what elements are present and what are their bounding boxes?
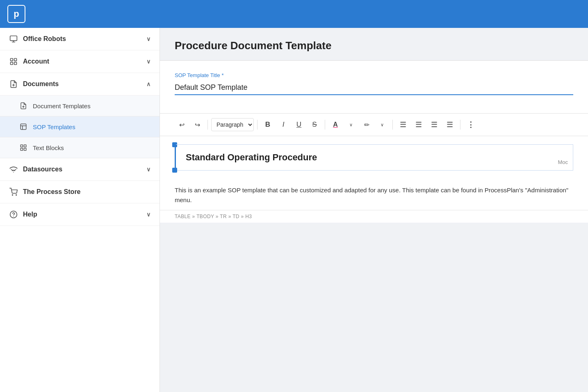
breadcrumb: TABLE » TBODY » TR » TD » H3 (160, 210, 588, 223)
help-icon (9, 210, 18, 219)
logo-icon: p (14, 9, 19, 19)
sidebar-item-account[interactable]: Account ∨ (0, 50, 160, 73)
documents-icon (9, 80, 18, 89)
account-icon (9, 57, 18, 66)
align-justify-button[interactable]: ☰ (443, 118, 457, 132)
undo-button[interactable]: ↩ (175, 118, 189, 132)
sidebar-label-documents: Documents (23, 80, 59, 88)
description-text: This is an example SOP template that can… (160, 179, 588, 210)
italic-button[interactable]: I (276, 118, 290, 132)
chevron-datasources: ∨ (146, 166, 150, 173)
redo-button[interactable]: ↪ (190, 118, 204, 132)
svg-point-19 (12, 195, 13, 196)
editor-content-box: Standard Operating Procedure Moc (175, 144, 573, 171)
chevron-help: ∨ (146, 211, 150, 218)
align-right-button[interactable]: ☰ (427, 118, 441, 132)
underline-button[interactable]: U (292, 118, 306, 132)
bold-button[interactable]: B (261, 118, 275, 132)
app-header: p (0, 0, 588, 28)
sidebar-item-text-blocks[interactable]: Text Blocks (0, 137, 160, 158)
toolbar-divider-1 (207, 120, 208, 130)
sidebar-label-datasources: Datasources (23, 166, 62, 173)
monitor-icon (9, 34, 18, 43)
highlight-button[interactable]: ✏ (360, 118, 374, 132)
sidebar-sub-label-sop-templates: SOP Templates (33, 123, 75, 130)
sidebar-item-help[interactable]: Help ∨ (0, 203, 160, 226)
toolbar-divider-2 (257, 120, 258, 130)
svg-rect-17 (24, 148, 26, 150)
sop-title-input[interactable] (175, 82, 573, 95)
svg-rect-16 (21, 148, 23, 150)
sidebar-item-datasources[interactable]: Datasources ∨ (0, 158, 160, 181)
sidebar-sub-label-document-templates: Document Templates (33, 103, 91, 109)
sidebar: Office Robots ∨ Account ∨ Documents ∧ (0, 28, 160, 392)
editor-area: Standard Operating Procedure Moc (160, 144, 588, 171)
svg-point-20 (16, 195, 17, 196)
page-header: Procedure Document Template (160, 28, 588, 60)
font-color-dropdown[interactable]: ∨ (344, 118, 358, 132)
svg-rect-14 (21, 145, 23, 147)
page-title: Procedure Document Template (175, 39, 573, 52)
svg-rect-3 (11, 59, 13, 61)
app-logo[interactable]: p (7, 5, 25, 23)
datasources-icon (9, 165, 18, 174)
strikethrough-button[interactable]: S (308, 118, 321, 132)
sop-icon (19, 122, 28, 131)
sidebar-item-documents[interactable]: Documents ∧ (0, 73, 160, 96)
toolbar-divider-5 (460, 120, 460, 130)
sidebar-item-process-store[interactable]: The Process Store (0, 181, 160, 203)
content-card: SOP Template Title * ↩ ↪ Paragraph B I (160, 60, 588, 223)
align-center-button[interactable]: ☰ (412, 118, 426, 132)
editor-toolbar: ↩ ↪ Paragraph B I U S (160, 113, 588, 136)
cart-icon (9, 187, 18, 196)
sidebar-item-sop-templates[interactable]: SOP Templates (0, 116, 160, 137)
sop-heading: Standard Operating Procedure (186, 152, 563, 163)
font-color-button[interactable]: A (328, 118, 342, 132)
form-section: SOP Template Title * (160, 61, 588, 103)
svg-rect-0 (10, 36, 17, 41)
paragraph-style-select[interactable]: Paragraph (211, 118, 254, 131)
more-options-button[interactable]: ⋮ (464, 118, 478, 132)
doc-template-icon (19, 101, 28, 110)
documents-submenu: Document Templates SOP Templates Text Bl… (0, 96, 160, 158)
svg-rect-5 (11, 62, 13, 65)
sidebar-label-office-robots: Office Robots (23, 35, 66, 43)
mod-label: Moc (558, 159, 568, 165)
sidebar-sub-label-text-blocks: Text Blocks (33, 144, 64, 151)
align-left-button[interactable]: ☰ (396, 118, 410, 132)
chevron-account: ∨ (146, 58, 150, 65)
sidebar-label-account: Account (23, 58, 49, 65)
sidebar-label-process-store: The Process Store (23, 188, 81, 196)
sidebar-item-document-templates[interactable]: Document Templates (0, 96, 160, 116)
svg-rect-4 (14, 59, 17, 61)
toolbar-divider-4 (392, 120, 393, 130)
selection-handle-bottom (172, 168, 177, 173)
main-layout: Office Robots ∨ Account ∨ Documents ∧ (0, 28, 588, 392)
chevron-office-robots: ∨ (146, 36, 150, 42)
editor-content-inner[interactable]: Standard Operating Procedure Moc (176, 144, 573, 171)
text-blocks-icon (19, 143, 28, 152)
field-label-sop-title: SOP Template Title * (175, 72, 573, 78)
chevron-documents: ∧ (146, 81, 150, 87)
highlight-dropdown[interactable]: ∨ (375, 118, 389, 132)
svg-rect-6 (14, 62, 17, 65)
svg-rect-15 (24, 145, 26, 147)
sidebar-label-help: Help (23, 211, 37, 218)
sidebar-item-office-robots[interactable]: Office Robots ∨ (0, 28, 160, 50)
svg-rect-11 (21, 124, 26, 130)
main-content: Procedure Document Template SOP Template… (160, 28, 588, 392)
toolbar-divider-3 (325, 120, 325, 130)
